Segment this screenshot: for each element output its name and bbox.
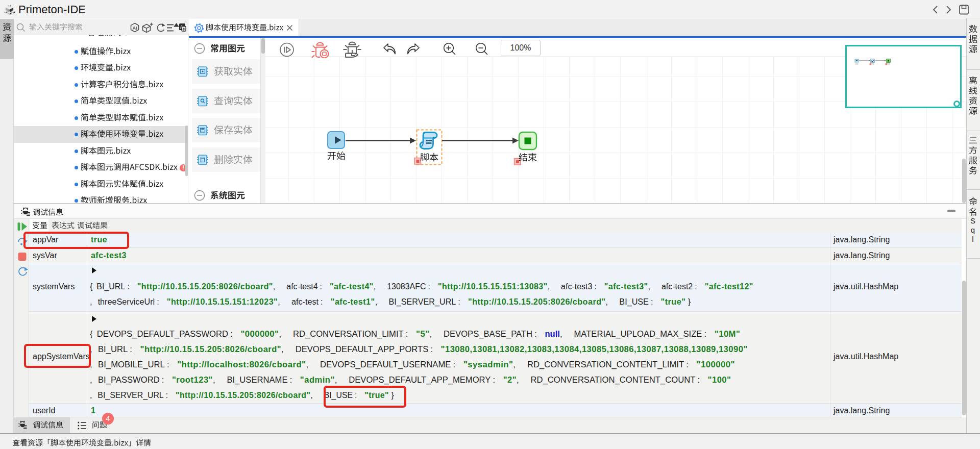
svg-text:AI: AI — [133, 26, 137, 31]
